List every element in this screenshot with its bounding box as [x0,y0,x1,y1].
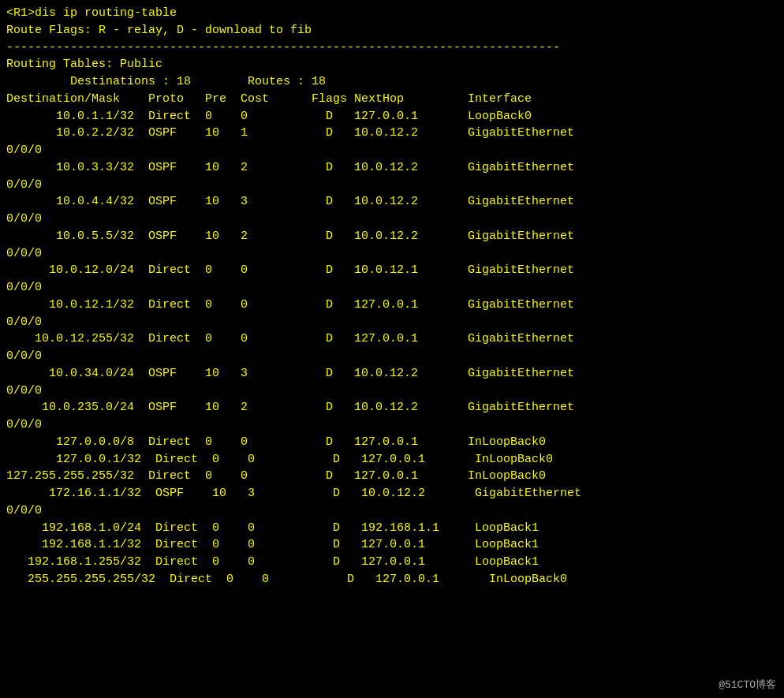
terminal-line: Routing Tables: Public [6,56,778,73]
terminal-line: 127.0.0.0/8 Direct 0 0 D 127.0.0.1 InLoo… [6,434,778,451]
terminal-line: 0/0/0 [6,279,778,297]
terminal-line: 10.0.5.5/32 OSPF 10 2 D 10.0.12.2 Gigabi… [6,228,778,245]
terminal-line: ----------------------------------------… [6,39,778,57]
terminal-line: 10.0.235.0/24 OSPF 10 2 D 10.0.12.2 Giga… [6,399,778,416]
terminal-line: 0/0/0 [6,142,778,159]
terminal-line: 0/0/0 [6,211,778,228]
terminal-line: 0/0/0 [6,314,778,331]
terminal-line: 10.0.2.2/32 OSPF 10 1 D 10.0.12.2 Gigabi… [6,125,778,142]
terminal-line: Destinations : 18 Routes : 18 [6,73,778,91]
terminal-line: 10.0.12.1/32 Direct 0 0 D 127.0.0.1 Giga… [6,297,778,314]
terminal-line: 10.0.12.255/32 Direct 0 0 D 127.0.0.1 Gi… [6,330,778,348]
terminal-line: 10.0.12.0/24 Direct 0 0 D 10.0.12.1 Giga… [6,262,778,279]
terminal-line: <R1>dis ip routing-table [6,5,778,22]
watermark-label: @51CTO博客 [719,677,776,692]
terminal-line: 0/0/0 [6,177,778,194]
terminal-line: 10.0.1.1/32 Direct 0 0 D 127.0.0.1 LoopB… [6,108,778,125]
terminal-line: 192.168.1.1/32 Direct 0 0 D 127.0.0.1 Lo… [6,536,778,554]
terminal-line: Destination/Mask Proto Pre Cost Flags Ne… [6,91,778,108]
terminal-line: 127.0.0.1/32 Direct 0 0 D 127.0.0.1 InLo… [6,451,778,468]
terminal-line: 172.16.1.1/32 OSPF 10 3 D 10.0.12.2 Giga… [6,485,778,502]
terminal-line: 255.255.255.255/32 Direct 0 0 D 127.0.0.… [6,571,778,588]
terminal-line: 127.255.255.255/32 Direct 0 0 D 127.0.0.… [6,468,778,485]
terminal-line: 0/0/0 [6,348,778,365]
terminal-line: 192.168.1.255/32 Direct 0 0 D 127.0.0.1 … [6,554,778,571]
terminal-line: 0/0/0 [6,502,778,520]
terminal-line: 0/0/0 [6,416,778,434]
terminal-line: 10.0.4.4/32 OSPF 10 3 D 10.0.12.2 Gigabi… [6,193,778,211]
terminal-window: <R1>dis ip routing-tableRoute Flags: R -… [0,0,784,698]
terminal-line: Route Flags: R - relay, D - download to … [6,22,778,39]
terminal-line: 10.0.3.3/32 OSPF 10 2 D 10.0.12.2 Gigabi… [6,159,778,177]
terminal-line: 10.0.34.0/24 OSPF 10 3 D 10.0.12.2 Gigab… [6,365,778,383]
terminal-line: 0/0/0 [6,245,778,263]
terminal-line: 192.168.1.0/24 Direct 0 0 D 192.168.1.1 … [6,520,778,537]
terminal-line: 0/0/0 [6,383,778,400]
